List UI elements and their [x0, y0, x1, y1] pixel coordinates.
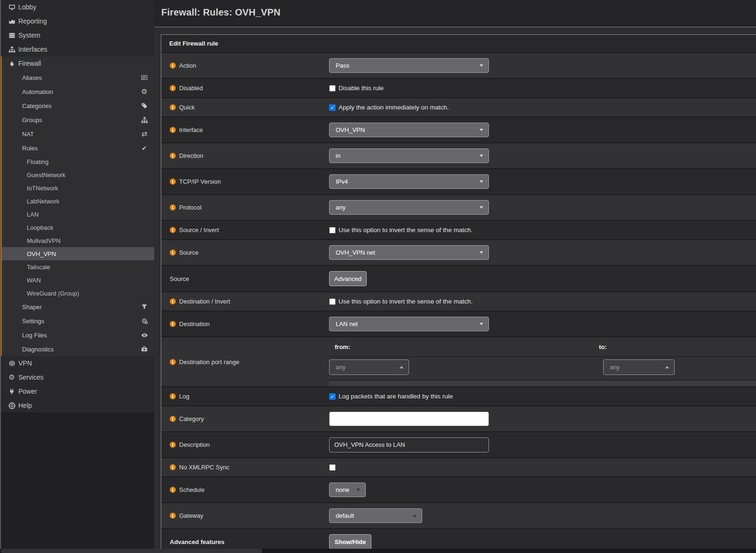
description-input[interactable]: OVH_VPN Access to LAN — [329, 437, 489, 452]
horizontal-scrollbar-thumb[interactable] — [1, 549, 262, 553]
horizontal-scrollbar[interactable] — [0, 549, 756, 553]
advanced-features-show-hide-button[interactable]: Show/Hide — [329, 534, 371, 549]
protocol-select[interactable]: any — [329, 200, 489, 215]
info-icon[interactable]: i — [170, 85, 176, 91]
quick-checkbox-label[interactable]: Apply the action immediately on match. — [339, 104, 449, 111]
quick-checkbox[interactable]: ✓ — [329, 104, 336, 111]
port-range-sub-strip — [329, 380, 756, 386]
sidebar-item-shaper[interactable]: Shaper — [0, 300, 154, 314]
sidebar-item-guestnetwork[interactable]: GuestNetwork — [0, 168, 154, 181]
info-icon[interactable]: i — [170, 153, 176, 159]
source-advanced-button[interactable]: Advanced — [329, 271, 367, 286]
info-icon[interactable]: i — [170, 487, 176, 493]
direction-select[interactable]: in — [329, 148, 489, 163]
list-alt-icon — [140, 70, 149, 85]
sidebar-item-mullvadvpn[interactable]: MullvadVPN — [0, 234, 154, 247]
caret-down-icon — [480, 129, 483, 131]
sidebar-item-interfaces[interactable]: Interfaces — [0, 42, 154, 56]
disabled-checkbox-label[interactable]: Disable this rule — [339, 85, 384, 92]
advanced-features-show-hide-button-label: Show/Hide — [335, 538, 366, 545]
sidebar-item-diagnostics[interactable]: Diagnostics — [0, 342, 154, 356]
sidebar-item-vpn[interactable]: VPN — [0, 356, 154, 370]
row-control-cell: ✓Apply the action immediately on match. — [329, 98, 756, 117]
info-icon[interactable]: i — [170, 104, 176, 110]
source-invert-checkbox-label[interactable]: Use this option to invert the sense of t… — [339, 226, 472, 234]
schedule-select-value: none — [336, 486, 349, 493]
sidebar-item-iotnetwork[interactable]: IoTNetwork — [0, 181, 154, 195]
sidebar-item-categories[interactable]: Categories — [0, 99, 154, 113]
sidebar-item-label: Loopback — [27, 224, 53, 231]
sidebar-item-rules[interactable]: Rules✔ — [0, 141, 154, 155]
row-control-cell: LAN net — [329, 312, 756, 336]
sidebar-item-help[interactable]: Help — [0, 398, 154, 413]
gateway-select[interactable]: default — [329, 508, 422, 523]
sidebar-item-nat[interactable]: NAT⇄ — [0, 127, 154, 141]
sidebar-item-power[interactable]: Power — [0, 384, 154, 398]
destination-select[interactable]: LAN net — [329, 317, 489, 331]
info-icon[interactable]: i — [170, 227, 176, 233]
no-xmlrpc-sync-checkbox[interactable] — [329, 464, 336, 471]
sidebar-item-automation[interactable]: Automation⚙ — [0, 85, 154, 99]
row-label-cell: Source — [161, 266, 329, 291]
row-label: Category — [179, 415, 204, 422]
sidebar-item-groups[interactable]: Groups — [0, 113, 154, 127]
log-checkbox-label[interactable]: Log packets that are handled by this rul… — [339, 393, 453, 400]
panel-title: Edit Firewall rule — [161, 35, 756, 53]
tcpip-version-select[interactable]: IPv4 — [329, 174, 489, 189]
info-icon[interactable]: i — [170, 249, 176, 256]
info-icon[interactable]: i — [170, 359, 176, 365]
form-row-category-14: iCategory — [161, 406, 756, 432]
dest-port-range: from:to:anyany — [329, 337, 756, 386]
destination-invert-checkbox-label[interactable]: Use this option to invert the sense of t… — [339, 298, 472, 305]
sidebar-item-label: GuestNetwork — [27, 171, 65, 179]
sidebar-item-loopback[interactable]: Loopback — [0, 221, 154, 234]
info-icon[interactable]: i — [170, 204, 176, 210]
source-select[interactable]: OVH_VPN net — [329, 245, 489, 260]
form-row-direction-4: iDirectionin — [161, 143, 756, 169]
action-select[interactable]: Pass — [329, 58, 489, 73]
sidebar-item-settings[interactable]: Settings⚙⚙ — [0, 314, 154, 328]
info-icon[interactable]: i — [170, 442, 176, 448]
sidebar-item-services[interactable]: ⚙Services — [0, 370, 154, 384]
sidebar-item-wan[interactable]: WAN — [0, 273, 154, 287]
info-icon[interactable]: i — [170, 179, 176, 185]
schedule-select[interactable]: none — [329, 483, 366, 497]
sidebar-item-log-files[interactable]: Log Files — [0, 328, 154, 342]
sidebar-item-reporting[interactable]: Reporting — [0, 14, 154, 28]
filter-icon — [140, 300, 149, 314]
info-icon[interactable]: i — [170, 62, 176, 69]
gear-icon: ⚙ — [7, 374, 16, 381]
sidebar-item-labnetwork[interactable]: LabNetwork — [0, 195, 154, 208]
info-icon[interactable]: i — [170, 416, 176, 422]
form-row-source-8: iSourceOVH_VPN net — [161, 240, 756, 266]
row-label-cell: iLog — [161, 387, 329, 405]
info-icon[interactable]: i — [170, 298, 176, 304]
source-invert-checkbox[interactable] — [329, 227, 336, 234]
category-input[interactable] — [329, 412, 489, 426]
sidebar-item-lobby[interactable]: Lobby — [0, 0, 154, 14]
sidebar-item-label: Shaper — [22, 304, 42, 311]
info-icon[interactable]: i — [170, 464, 176, 470]
info-icon[interactable]: i — [170, 321, 176, 327]
disabled-checkbox[interactable] — [329, 85, 336, 92]
caret-up-icon — [413, 514, 417, 517]
sidebar-item-system[interactable]: System — [0, 28, 154, 42]
sidebar-item-lan[interactable]: LAN — [0, 208, 154, 221]
sidebar-item-floating[interactable]: Floating — [0, 155, 154, 168]
form-row-schedule-17: iSchedulenone — [161, 477, 756, 503]
interface-select[interactable]: OVH_VPN — [329, 123, 489, 137]
info-icon[interactable]: i — [170, 393, 176, 399]
dest-port-from-select[interactable]: any — [329, 359, 409, 375]
form-row-quick-2: iQuick✓Apply the action immediately on m… — [161, 98, 756, 117]
sidebar-item-aliases[interactable]: Aliases — [0, 70, 154, 85]
destination-invert-checkbox[interactable] — [329, 298, 336, 305]
info-icon[interactable]: i — [170, 127, 176, 133]
sidebar-item-ovh-vpn[interactable]: OVH_VPN — [0, 247, 154, 260]
dest-port-to-select[interactable]: any — [603, 359, 675, 375]
sidebar-item-wireguard-group[interactable]: WireGuard (Group) — [0, 287, 154, 300]
sidebar-item-firewall[interactable]: Firewall — [0, 56, 154, 70]
log-checkbox[interactable]: ✓ — [329, 393, 336, 400]
sidebar-item-tailscale[interactable]: Tailscale — [0, 260, 154, 273]
sidebar-item-label: System — [18, 31, 40, 39]
info-icon[interactable]: i — [170, 513, 176, 519]
